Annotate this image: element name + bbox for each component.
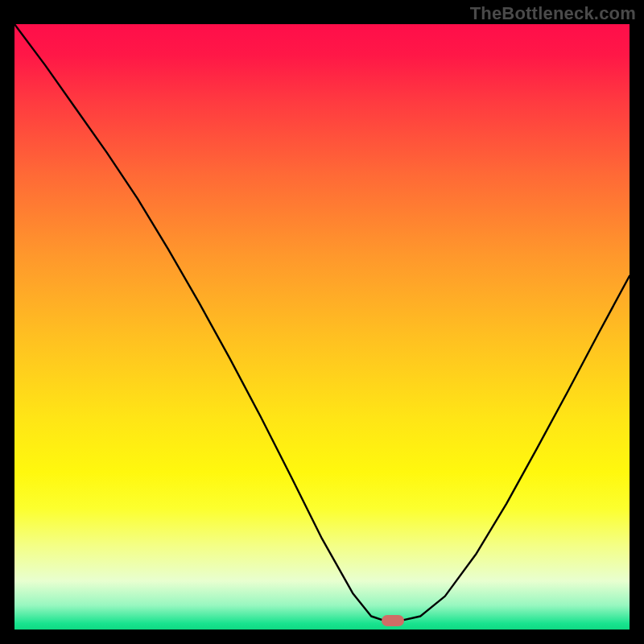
chart-stage: TheBottleneck.com <box>0 0 644 644</box>
bottleneck-curve <box>14 24 630 621</box>
plot-area <box>14 24 630 630</box>
curve-svg <box>14 24 630 630</box>
watermark-text: TheBottleneck.com <box>470 3 636 24</box>
optimal-marker <box>382 615 404 626</box>
